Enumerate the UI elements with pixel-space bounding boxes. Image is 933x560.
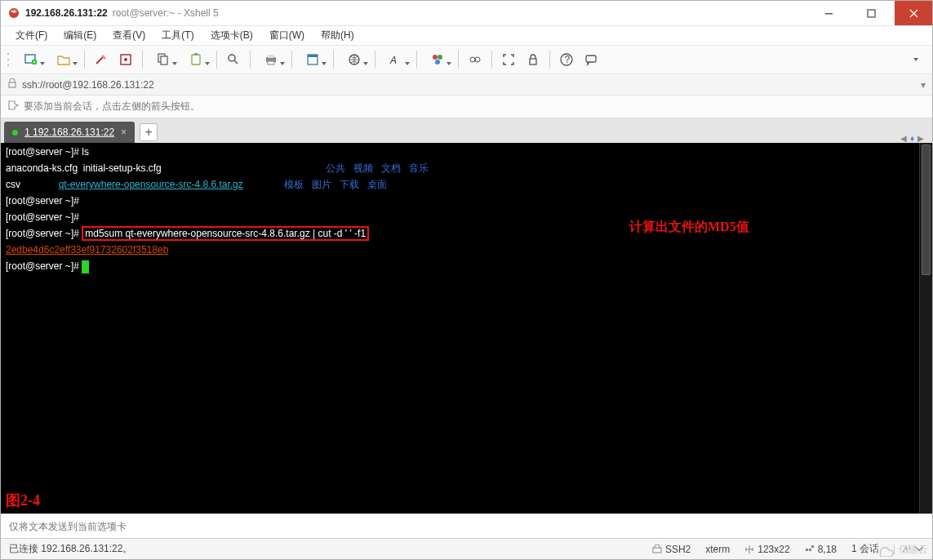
reconnect-button[interactable] [90, 49, 113, 70]
status-size: 123x22 [744, 544, 789, 555]
svg-rect-10 [194, 53, 198, 56]
md5-output: 2edbe4d6c2eff33ef91732602f3518eb [6, 244, 168, 256]
cmd-ls: ls [82, 146, 89, 158]
compose-bar [1, 513, 932, 538]
terminal[interactable]: [root@server ~]# ls anaconda-ks.cfg init… [1, 143, 932, 513]
watermark-text: 亿速云 [899, 543, 928, 557]
maximize-button[interactable] [852, 1, 890, 25]
compose-input[interactable] [9, 521, 924, 532]
lock-icon [7, 78, 17, 91]
menu-tools[interactable]: 工具(T) [153, 27, 202, 44]
script-button[interactable] [464, 49, 486, 70]
close-button[interactable] [895, 1, 932, 25]
svg-rect-31 [809, 549, 811, 551]
fullscreen-button[interactable] [497, 49, 520, 70]
font-button[interactable]: A [380, 49, 411, 70]
status-connected: 已连接 192.168.26.131:22。 [9, 542, 132, 556]
svg-text:A: A [389, 55, 397, 66]
svg-rect-29 [653, 548, 661, 553]
svg-point-19 [433, 55, 438, 60]
menu-help[interactable]: 帮助(H) [313, 27, 362, 44]
svg-rect-2 [868, 10, 875, 17]
cmd-md5sum: md5sum qt-everywhere-opensource-src-4.8.… [82, 226, 369, 241]
properties-button[interactable] [297, 49, 328, 70]
lock-button[interactable] [522, 49, 544, 70]
svg-rect-30 [806, 549, 808, 551]
tab-close-icon[interactable]: × [121, 127, 127, 138]
session-tab[interactable]: 1 192.168.26.131:22 × [4, 122, 135, 143]
disconnect-button[interactable] [114, 49, 137, 70]
hint-bar: 要添加当前会话，点击左侧的箭头按钮。 [1, 96, 932, 118]
svg-rect-27 [586, 56, 596, 62]
prompt: [root@server ~]# [6, 211, 82, 223]
svg-text:?: ? [565, 54, 571, 65]
app-icon [7, 7, 20, 20]
minimize-button[interactable] [810, 1, 847, 25]
svg-point-20 [438, 55, 442, 60]
status-term: xterm [705, 544, 730, 555]
menu-window[interactable]: 窗口(W) [261, 27, 313, 44]
status-pos: 8,18 [805, 544, 837, 555]
svg-rect-8 [161, 56, 167, 64]
ls-csv: csv [6, 179, 59, 190]
ls-file-qt: qt-everywhere-opensource-src-4.8.6.tar.g… [59, 179, 243, 190]
chat-icon-button[interactable] [580, 49, 602, 70]
svg-rect-1 [825, 13, 833, 15]
watermark: 亿速云 [874, 542, 928, 557]
ls-dirs-1: 公共 视频 文档 音乐 [326, 162, 429, 174]
title-full: root@server:~ - Xshell 5 [113, 7, 219, 19]
tab-status-dot [12, 130, 18, 136]
status-bar: 已连接 192.168.26.131:22。 SSH2 xterm 123x22… [1, 538, 932, 559]
tab-scroll-arrows[interactable]: ◀♦▶ [900, 134, 929, 143]
tab-label: 1 192.168.26.131:22 [24, 127, 114, 138]
menu-edit[interactable]: 编辑(E) [56, 27, 104, 44]
annotation-md5: 计算出文件的MD5值 [629, 219, 749, 234]
prompt: [root@server ~]# [6, 195, 82, 207]
address-dropdown[interactable]: ▾ [921, 79, 926, 91]
terminal-cursor [82, 260, 89, 273]
terminal-scrollbar[interactable] [919, 143, 932, 513]
prompt: [root@server ~]# [6, 260, 82, 272]
svg-rect-16 [308, 55, 318, 57]
ls-output-line1: anaconda-ks.cfg initial-setup-ks.cfg [6, 162, 162, 174]
hint-arrow-icon[interactable] [7, 100, 19, 113]
svg-rect-13 [268, 55, 274, 58]
address-bar: ssh://root@192.168.26.131:22 ▾ [1, 74, 932, 96]
ls-dirs-2: 模板 图片 下载 桌面 [284, 179, 387, 190]
open-session-button[interactable] [48, 49, 79, 70]
svg-rect-32 [811, 545, 814, 548]
address-text[interactable]: ssh://root@192.168.26.131:22 [22, 79, 154, 91]
globe-button[interactable] [339, 49, 370, 70]
menu-tabs[interactable]: 选项卡(B) [202, 27, 261, 44]
help-icon-button[interactable]: ? [555, 49, 578, 70]
svg-rect-9 [192, 55, 200, 64]
svg-point-11 [229, 55, 235, 61]
new-session-button[interactable] [16, 49, 47, 70]
hint-text: 要添加当前会话，点击左侧的箭头按钮。 [24, 100, 200, 113]
find-button[interactable] [222, 49, 245, 70]
titlebar: 192.168.26.131:22 root@server:~ - Xshell… [1, 1, 932, 25]
toolbar-overflow[interactable] [904, 49, 927, 70]
svg-rect-14 [268, 61, 274, 64]
tab-add-button[interactable]: + [140, 123, 158, 141]
svg-rect-28 [9, 82, 16, 87]
menubar: 文件(F) 编辑(E) 查看(V) 工具(T) 选项卡(B) 窗口(W) 帮助(… [1, 25, 932, 45]
svg-rect-24 [530, 59, 536, 64]
svg-point-6 [124, 58, 127, 61]
color-button[interactable] [422, 49, 453, 70]
toolbar: A ? [1, 45, 932, 74]
title-ip: 192.168.26.131:22 [25, 7, 108, 19]
figure-label: 图2-4 [6, 493, 40, 509]
print-button[interactable] [255, 49, 287, 70]
tab-bar: 1 192.168.26.131:22 × + ◀♦▶ [1, 118, 932, 143]
menu-view[interactable]: 查看(V) [104, 27, 153, 44]
paste-button[interactable] [180, 49, 211, 70]
status-ssh: SSH2 [652, 544, 691, 555]
svg-point-21 [435, 60, 440, 64]
menu-file[interactable]: 文件(F) [7, 27, 56, 44]
copy-button[interactable] [148, 49, 179, 70]
prompt: [root@server ~]# [6, 146, 82, 158]
prompt: [root@server ~]# [6, 228, 82, 239]
